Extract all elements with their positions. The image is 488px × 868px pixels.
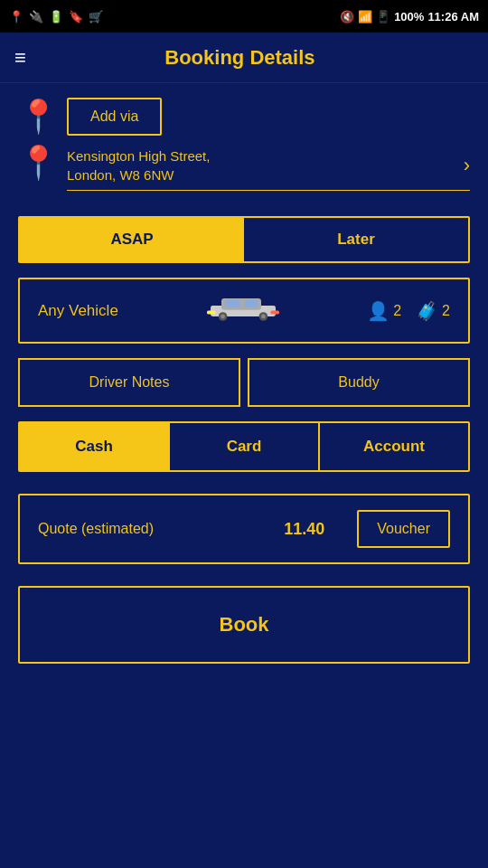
menu-icon[interactable]: ≡ — [14, 46, 26, 70]
vehicle-stats: 👤 2 🧳 2 — [367, 300, 450, 322]
passenger-count: 👤 2 — [367, 300, 401, 322]
card-button[interactable]: Card — [170, 423, 320, 470]
usb-icon: 🔌 — [29, 10, 43, 24]
quote-row: Quote (estimated) 11.40 Voucher — [18, 494, 470, 564]
svg-rect-2 — [225, 300, 239, 307]
page-title: Booking Details — [41, 46, 439, 70]
voucher-button[interactable]: Voucher — [357, 510, 450, 548]
car-icon — [133, 294, 352, 327]
destination-pin: 📍 — [18, 146, 54, 179]
buddy-button[interactable]: Buddy — [248, 358, 470, 407]
extra-options-row: Driver Notes Buddy — [18, 358, 470, 407]
svg-point-7 — [261, 315, 266, 319]
vehicle-selector[interactable]: Any Vehicle 👤 2 🧳 2 — [18, 278, 470, 344]
destination-input-row[interactable]: Kensington High Street,London, W8 6NW › — [67, 146, 470, 191]
destination-pin-icon: 📍 — [18, 144, 59, 181]
quote-value: 11.40 — [284, 520, 324, 539]
passenger-number: 2 — [393, 303, 401, 319]
destination-row[interactable]: 📍 Kensington High Street,London, W8 6NW … — [18, 146, 470, 191]
status-bar: 📍 🔌 🔋 🔖 🛒 🔇 📶 📱 100% 11:26 AM — [0, 0, 488, 33]
luggage-count: 🧳 2 — [416, 300, 450, 322]
vehicle-label: Any Vehicle — [38, 302, 118, 320]
battery-icon: 🔋 — [49, 10, 63, 24]
pickup-row: 📍 Add via — [18, 98, 470, 136]
pickup-pin-icon: 📍 — [18, 98, 59, 135]
mute-icon: 🔇 — [340, 10, 354, 24]
timing-toggle: ASAP Later — [18, 216, 470, 263]
svg-point-5 — [221, 315, 225, 319]
asap-button[interactable]: ASAP — [20, 218, 244, 261]
cash-button[interactable]: Cash — [20, 423, 170, 470]
svg-rect-8 — [207, 311, 216, 315]
pickup-pin: 📍 — [18, 100, 54, 133]
main-content: 📍 Add via 📍 Kensington High Street,Londo… — [0, 83, 488, 678]
cart-icon: 🛒 — [89, 10, 103, 24]
wifi-icon: 📶 — [358, 10, 372, 24]
destination-text[interactable]: Kensington High Street,London, W8 6NW — [67, 146, 456, 184]
battery-percent: 100% — [394, 10, 424, 24]
luggage-number: 2 — [442, 303, 450, 319]
later-button[interactable]: Later — [244, 218, 468, 261]
add-via-button[interactable]: Add via — [67, 98, 162, 136]
account-button[interactable]: Account — [320, 423, 468, 470]
svg-rect-3 — [244, 300, 257, 307]
quote-label: Quote (estimated) — [38, 521, 269, 537]
gps-icon: 📍 — [9, 10, 23, 24]
status-bar-left: 📍 🔌 🔋 🔖 🛒 — [9, 10, 103, 24]
luggage-icon: 🧳 — [416, 300, 438, 322]
payment-method-row: Cash Card Account — [18, 421, 470, 472]
signal-icon: 📱 — [376, 10, 390, 24]
bookmark-icon: 🔖 — [69, 10, 83, 24]
header: ≡ Booking Details — [0, 33, 488, 83]
book-button[interactable]: Book — [18, 586, 470, 664]
status-bar-right: 🔇 📶 📱 100% 11:26 AM — [340, 10, 479, 24]
clock: 11:26 AM — [427, 10, 479, 24]
passenger-icon: 👤 — [367, 300, 389, 322]
driver-notes-button[interactable]: Driver Notes — [18, 358, 240, 407]
svg-rect-9 — [270, 311, 279, 315]
chevron-right-icon: › — [464, 154, 470, 177]
